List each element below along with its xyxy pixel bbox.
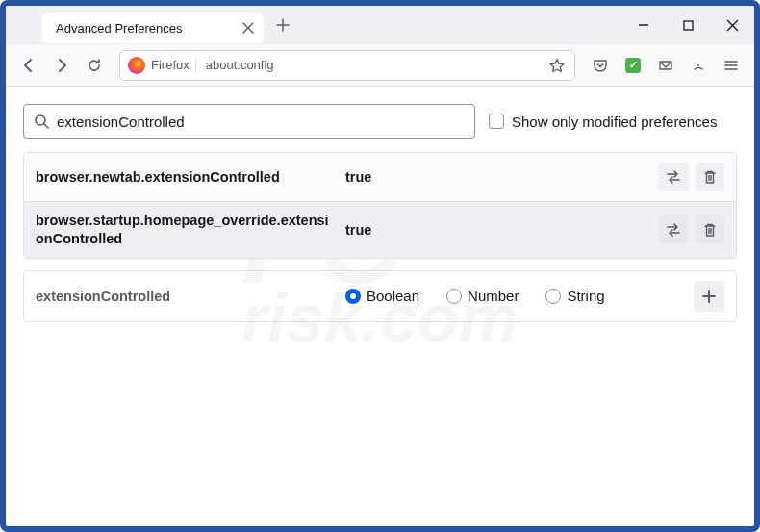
delete-button[interactable] xyxy=(696,163,724,191)
svg-rect-0 xyxy=(684,21,693,30)
nav-toolbar: Firefox about:config ✓ xyxy=(6,44,754,87)
radio-label: String xyxy=(567,288,604,304)
add-button[interactable] xyxy=(694,281,724,312)
radio-label: Boolean xyxy=(367,288,419,304)
extension-button[interactable]: ✓ xyxy=(618,50,648,81)
inbox-button[interactable] xyxy=(650,50,681,81)
radio-icon xyxy=(545,289,561,304)
reload-button[interactable] xyxy=(79,50,110,81)
radio-label: Number xyxy=(468,288,519,304)
checkbox-icon xyxy=(489,114,504,129)
back-button[interactable] xyxy=(13,50,44,81)
pref-value: true xyxy=(345,222,647,238)
delete-button[interactable] xyxy=(696,215,724,244)
maximize-button[interactable] xyxy=(666,6,710,44)
search-row: Show only modified preferences xyxy=(23,104,737,139)
svg-point-1 xyxy=(697,64,699,66)
forward-button[interactable] xyxy=(46,50,77,81)
config-content: Show only modified preferences browser.n… xyxy=(6,87,754,322)
radio-number[interactable]: Number xyxy=(446,288,519,304)
radio-icon xyxy=(446,289,462,304)
bookmark-star-icon[interactable] xyxy=(544,52,570,79)
search-icon xyxy=(34,114,49,129)
titlebar: Advanced Preferences xyxy=(6,6,754,44)
identity-label: Firefox xyxy=(151,58,196,72)
radio-string[interactable]: String xyxy=(545,288,604,304)
pref-name: browser.newtab.extensionControlled xyxy=(36,168,334,187)
new-pref-name: extensionControlled xyxy=(36,289,334,304)
type-radio-group: Boolean Number String xyxy=(345,288,682,304)
pocket-button[interactable] xyxy=(585,50,616,81)
show-modified-label: Show only modified preferences xyxy=(512,114,717,130)
pref-list: browser.newtab.extensionControlled true … xyxy=(23,152,737,259)
toggle-button[interactable] xyxy=(659,215,688,244)
pref-row: browser.newtab.extensionControlled true xyxy=(24,153,736,202)
browser-tab[interactable]: Advanced Preferences xyxy=(42,13,264,43)
extension-badge-icon: ✓ xyxy=(625,58,641,73)
radio-boolean[interactable]: Boolean xyxy=(345,288,419,304)
search-box[interactable] xyxy=(23,104,475,139)
app-menu-button[interactable] xyxy=(716,50,747,81)
toggle-button[interactable] xyxy=(659,163,688,191)
tab-title: Advanced Preferences xyxy=(56,21,233,36)
close-tab-icon[interactable] xyxy=(241,20,256,36)
search-input[interactable] xyxy=(57,114,465,130)
window-controls xyxy=(621,6,754,44)
pref-name: browser.startup.homepage_override.extens… xyxy=(36,212,334,248)
new-tab-button[interactable] xyxy=(269,12,296,38)
pref-value: true xyxy=(345,169,647,185)
close-window-button[interactable] xyxy=(710,6,754,44)
account-button[interactable] xyxy=(683,50,714,81)
url-bar[interactable]: Firefox about:config xyxy=(119,50,575,81)
radio-icon xyxy=(345,289,361,304)
firefox-logo-icon xyxy=(128,57,145,74)
minimize-button[interactable] xyxy=(621,6,666,44)
pref-row: browser.startup.homepage_override.extens… xyxy=(24,202,736,258)
show-modified-checkbox[interactable]: Show only modified preferences xyxy=(489,114,717,130)
add-pref-row: extensionControlled Boolean Number Strin… xyxy=(23,270,737,322)
url-text: about:config xyxy=(202,58,538,72)
